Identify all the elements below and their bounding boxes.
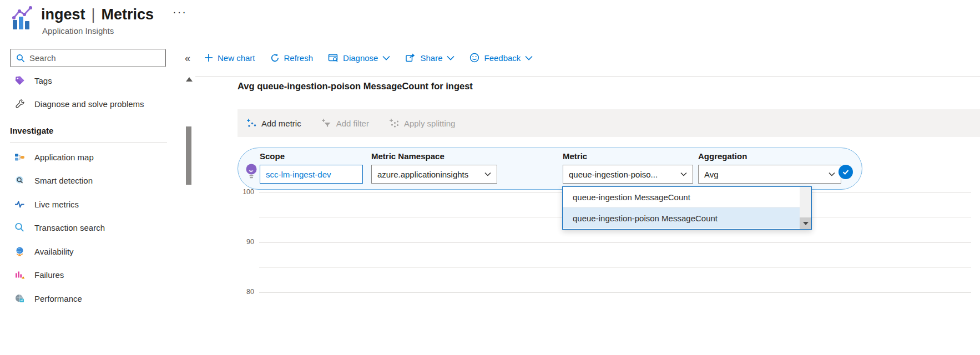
valid-check-icon	[838, 165, 853, 179]
resource-type-subtitle: Application Insights	[42, 26, 114, 36]
sidebar-item-label: Live metrics	[34, 200, 79, 209]
metric-select[interactable]: queue-ingestion-poiso...	[563, 165, 693, 184]
sidebar-search[interactable]	[10, 49, 166, 67]
add-filter-icon	[321, 118, 332, 128]
page-title: ingest|Metrics	[41, 6, 154, 23]
sidebar-item-diagnose-solve-problems[interactable]: Diagnose and solve problems	[10, 94, 168, 113]
new-chart-button[interactable]: New chart	[204, 53, 255, 63]
vertical-scrollbar-thumb[interactable]	[186, 126, 191, 185]
globe-icon	[14, 246, 25, 257]
share-icon	[405, 53, 416, 63]
feedback-button[interactable]: Feedback	[469, 53, 533, 63]
chevron-down-icon	[525, 55, 533, 60]
sidebar-item-transaction-search[interactable]: Transaction search	[10, 218, 168, 237]
metric-namespace-field: Metric Namespace azure.applicationinsigh…	[371, 151, 497, 184]
chevron-down-icon	[680, 172, 687, 176]
sidebar-item-smart-detection[interactable]: Smart detection	[10, 171, 168, 190]
y-axis-tick-90: 90	[233, 238, 254, 246]
sidebar-item-label: Tags	[34, 76, 52, 85]
command-bar: New chart Refresh Diagnose	[204, 49, 533, 67]
diagnose-button[interactable]: Diagnose	[328, 53, 390, 63]
lightbulb-icon	[245, 163, 257, 181]
sidebar-section-divider	[10, 143, 167, 143]
metric-picker-pill: Scope scc-lm-ingest-dev Metric Namespace…	[238, 148, 862, 190]
page-name: Metrics	[102, 6, 154, 23]
gridline-minor-85	[259, 267, 971, 268]
add-metric-button[interactable]: Add metric	[246, 118, 301, 128]
scrollbar-up-arrow-icon[interactable]	[186, 77, 193, 82]
scope-input[interactable]: scc-lm-ingest-dev	[260, 165, 363, 184]
sidebar-item-label: Application map	[34, 153, 94, 162]
apply-splitting-icon	[389, 118, 400, 128]
sidebar-item-label: Transaction search	[34, 223, 105, 232]
sidebar-item-live-metrics[interactable]: Live metrics	[10, 195, 168, 214]
gridline-90	[259, 242, 971, 243]
scope-field: Scope scc-lm-ingest-dev	[260, 151, 363, 184]
sidebar-item-performance[interactable]: Performance	[10, 289, 168, 308]
scrollbar-down-arrow-icon[interactable]	[800, 217, 811, 229]
apply-splitting-button[interactable]: Apply splitting	[389, 118, 456, 128]
chevron-down-icon	[447, 55, 454, 60]
metric-action-bar: Add metric Add filter Apply splitting	[238, 109, 980, 137]
title-separator: |	[92, 6, 95, 23]
metric-label: Metric	[563, 151, 693, 161]
metric-dropdown-list: queue-ingestion MessageCount queue-inges…	[562, 186, 812, 230]
search-input[interactable]	[29, 53, 161, 63]
metric-field: Metric queue-ingestion-poiso...	[563, 151, 693, 184]
window-magnifier-icon	[328, 53, 339, 63]
y-axis-tick-80: 80	[233, 288, 254, 296]
tag-icon	[14, 75, 25, 86]
chevron-down-icon	[382, 55, 390, 60]
failures-chart-icon	[14, 270, 25, 280]
wrench-icon	[14, 99, 25, 109]
sidebar-item-label: Diagnose and solve problems	[34, 99, 144, 109]
magnifier-icon	[14, 222, 25, 233]
application-map-icon	[14, 152, 25, 163]
refresh-button[interactable]: Refresh	[270, 53, 314, 63]
scope-label: Scope	[260, 151, 363, 161]
metric-namespace-select[interactable]: azure.applicationinsights	[371, 165, 497, 184]
search-icon	[15, 53, 26, 63]
application-insights-logo-icon	[12, 6, 34, 31]
metric-namespace-label: Metric Namespace	[371, 151, 497, 161]
aggregation-select[interactable]: Avg	[698, 165, 841, 184]
metric-option-selected[interactable]: queue-ingestion-poison MessageCount	[563, 207, 800, 229]
collapse-sidebar-button[interactable]: «	[181, 52, 194, 65]
sidebar-item-tags[interactable]: Tags	[10, 71, 168, 90]
refresh-icon	[270, 53, 280, 63]
pulse-icon	[14, 199, 25, 210]
plus-icon	[204, 53, 213, 62]
gridline-80	[259, 292, 971, 293]
sidebar-item-label: Failures	[34, 270, 64, 280]
metric-option[interactable]: queue-ingestion MessageCount	[563, 187, 800, 207]
resource-name: ingest	[41, 6, 85, 23]
chevron-down-icon	[484, 172, 491, 176]
sidebar-item-availability[interactable]: Availability	[10, 242, 168, 261]
chevron-down-icon	[829, 172, 835, 176]
sidebar-item-application-map[interactable]: Application map	[10, 148, 168, 166]
sidebar-item-label: Performance	[34, 294, 82, 303]
dropdown-scrollbar[interactable]	[800, 187, 811, 229]
sidebar-item-failures[interactable]: Failures	[10, 265, 168, 284]
add-filter-button[interactable]: Add filter	[321, 118, 369, 128]
chart-title: Avg queue-ingestion-poison MessageCount …	[238, 81, 473, 92]
sidebar-section-investigate: Investigate	[10, 126, 53, 135]
more-options-button[interactable]: ···	[173, 6, 187, 18]
sidebar-item-label: Smart detection	[34, 176, 93, 185]
sidebar-item-label: Availability	[34, 247, 74, 256]
toolbar-divider	[195, 76, 980, 77]
share-button[interactable]: Share	[405, 53, 454, 63]
smiley-icon	[469, 53, 479, 63]
aggregation-field: Aggregation Avg	[698, 151, 841, 184]
performance-globe-icon	[14, 293, 25, 304]
aggregation-label: Aggregation	[698, 151, 841, 161]
smart-detection-icon	[14, 175, 25, 186]
add-metric-icon	[246, 118, 257, 128]
y-axis-tick-100: 100	[233, 188, 254, 196]
